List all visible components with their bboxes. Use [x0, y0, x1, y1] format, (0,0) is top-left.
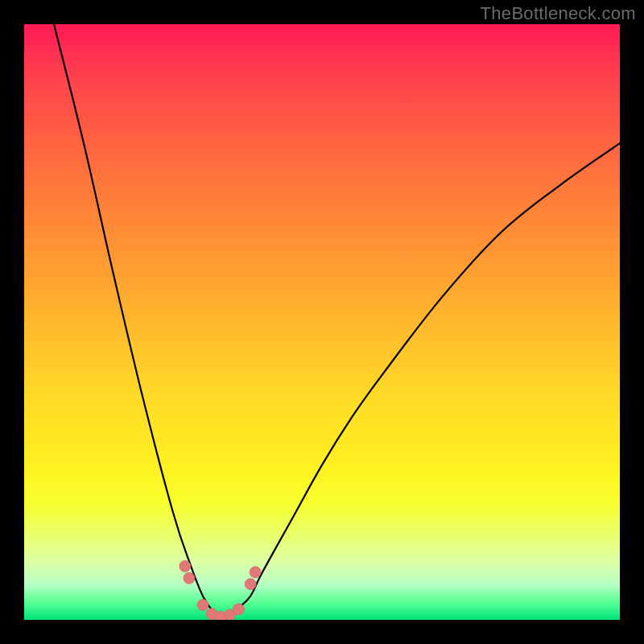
curve-svg [24, 24, 620, 620]
watermark-text: TheBottleneck.com [481, 3, 636, 24]
trough-dot [245, 579, 256, 590]
trough-dot [184, 572, 195, 584]
plot-area [24, 24, 620, 620]
trough-dot [250, 567, 261, 578]
bottleneck-curve [54, 24, 620, 620]
trough-dot [197, 600, 208, 611]
trough-dot [180, 560, 191, 572]
trough-dot [233, 604, 244, 615]
chart-frame: TheBottleneck.com [0, 0, 644, 644]
